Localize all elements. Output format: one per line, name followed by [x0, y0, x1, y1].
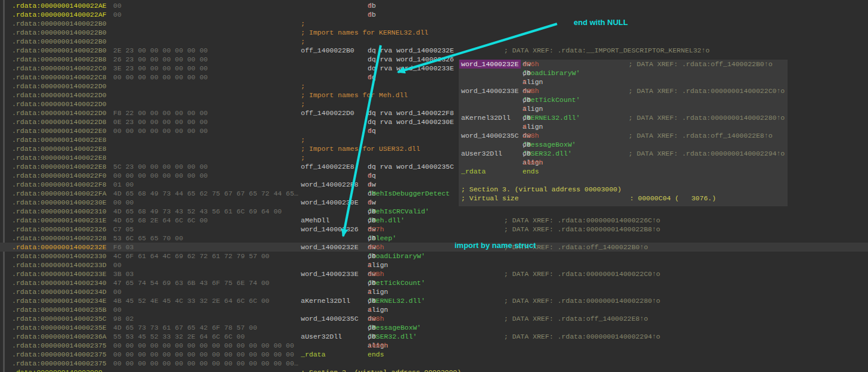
- label-field: word_1400022F8: [301, 180, 359, 189]
- listing-row[interactable]: .data:0000000140003000; Section 3. (virt…: [0, 368, 868, 372]
- bytes-field: 2E 23 00 00 00 00 00 00: [113, 46, 208, 55]
- label-field: ;: [301, 82, 305, 91]
- label-field: aUser32Dll: [301, 332, 342, 341]
- listing-row[interactable]: .rdata:000000014000235B00align 4: [0, 305, 868, 314]
- code-segment: dq rva word_14000233E: [368, 64, 454, 73]
- popup-row[interactable]: word_14000232Edw 3F6h; DATA XREF: .rdata…: [459, 60, 788, 69]
- popup-row[interactable]: ; Section 3. (virtual address 00003000): [459, 185, 788, 194]
- code-segment: 298h: [368, 314, 384, 323]
- listing-row[interactable]: .rdata:000000014000237500 00 00 00 00 00…: [0, 350, 868, 359]
- listing-row[interactable]: .rdata:00000001400022B0;: [0, 37, 868, 46]
- code-segment: 5C7h: [368, 225, 384, 234]
- listing-row[interactable]: .rdata:000000014000234E4B 45 52 4E 45 4C…: [0, 296, 868, 305]
- popup-row[interactable]: ; Virtual size : 00000C04 ( 3076.): [459, 194, 788, 203]
- bytes-field: F6 03: [113, 243, 134, 252]
- bytes-field: 00: [113, 10, 122, 19]
- address-field: .rdata:00000001400022B0: [12, 28, 107, 37]
- address-field: .rdata:0000000140002326: [12, 225, 107, 234]
- label-field: ;: [301, 19, 305, 28]
- code-segment: 'MehIsDebuggerDetect: [368, 189, 450, 198]
- popup-row[interactable]: align 2: [459, 78, 788, 86]
- code-segment: 0: [368, 171, 372, 180]
- xref-comment: ; DATA XREF: .rdata:000000014000226C↑o: [504, 216, 660, 225]
- label-field: word_14000233E: [301, 269, 359, 278]
- listing-row[interactable]: .rdata:00000001400022AE00db 0: [0, 1, 868, 10]
- popup-row[interactable]: align 1000h: [459, 158, 788, 167]
- listing-row[interactable]: .rdata:000000014000236A55 53 45 52 33 32…: [0, 332, 868, 341]
- address-field: .rdata:0000000140002328: [12, 234, 107, 243]
- label-field: aKernel32Dll: [461, 113, 511, 122]
- address-field: .rdata:00000001400022E8: [12, 144, 107, 153]
- annotation-end-with-null-label: end with NULL: [574, 18, 628, 27]
- xref-comment: ; DATA XREF: .rdata:__IMPORT_DESCRIPTOR_…: [504, 46, 710, 55]
- code-segment: ,0: [368, 323, 376, 332]
- label-field: ;: [301, 37, 305, 46]
- popup-row[interactable]: align 4: [459, 122, 788, 131]
- label-field: ; Virtual size : 00000C04 ( 3076.): [461, 194, 716, 203]
- listing-row[interactable]: .rdata:000000014000237500 00 00 00 00 00…: [0, 359, 868, 368]
- code-segment: ,0: [522, 149, 531, 158]
- bytes-field: 00: [113, 287, 122, 296]
- listing-row[interactable]: .rdata:000000014000237500 00 00 00 00 00…: [0, 341, 868, 350]
- code-segment: 2: [522, 104, 527, 113]
- listing-row[interactable]: .rdata:000000014000235E4D 65 73 73 61 67…: [0, 323, 868, 332]
- address-field: .rdata:0000000140002375: [12, 359, 107, 368]
- address-field: .rdata:000000014000235B: [12, 305, 107, 314]
- listing-row[interactable]: .rdata:000000014000232853 6C 65 65 70 00…: [0, 234, 868, 243]
- popup-row[interactable]: db 'GetTickCount',0: [459, 95, 788, 104]
- bytes-field: 00 00 00 00 00 00 00 00 00 00 00 00 00 0…: [113, 341, 294, 350]
- bytes-field: 01 00: [113, 180, 134, 189]
- bytes-field: 53 6C 65 65 70 00: [113, 234, 183, 243]
- address-field: .rdata:00000001400022B8: [12, 55, 107, 64]
- listing-row[interactable]: .rdata:000000014000231E4D 65 68 2E 64 6C…: [0, 216, 868, 225]
- xref-comment: ; DATA XREF: .rdata:00000001400022C0↑o: [504, 269, 660, 278]
- popup-row[interactable]: aUser32Dlldb 'USER32.dll',0; DATA XREF: …: [459, 149, 788, 158]
- listing-row[interactable]: .rdata:00000001400023304C 6F 61 64 4C 69…: [0, 252, 868, 261]
- address-field: .rdata:00000001400022D0: [12, 100, 107, 108]
- label-field: word_14000233E: [461, 86, 519, 95]
- code-segment: ends: [522, 167, 539, 176]
- code-segment: ,0: [522, 113, 531, 122]
- code-segment: 'KERNEL32.dll': [522, 113, 580, 122]
- popup-row[interactable]: _rdataends: [459, 167, 788, 176]
- popup-row[interactable]: db 'LoadLibraryW',0: [459, 69, 788, 78]
- popup-row[interactable]: aKernel32Dlldb 'KERNEL32.dll',0; DATA XR…: [459, 113, 788, 122]
- label-field: aKernel32Dll: [301, 296, 350, 305]
- hint-popup: word_14000232Edw 3F6h; DATA XREF: .rdata…: [459, 60, 788, 206]
- listing-row[interactable]: .rdata:00000001400022AF00db 0: [0, 10, 868, 19]
- listing-row[interactable]: .rdata:00000001400023104D 65 68 49 73 43…: [0, 207, 868, 216]
- listing-row[interactable]: .rdata:000000014000233E3B 03word_1400023…: [0, 269, 868, 278]
- popup-row[interactable]: word_14000233Edw 33Bh; DATA XREF: .rdata…: [459, 86, 788, 95]
- xref-comment: ; DATA XREF: .rdata:off_1400022B0↑o: [629, 60, 773, 69]
- address-field: .rdata:00000001400022E8: [12, 162, 107, 171]
- code-segment: dq rva word_14000230E: [368, 117, 454, 126]
- popup-row[interactable]: [459, 176, 788, 185]
- listing-row[interactable]: .rdata:000000014000234047 65 74 54 69 63…: [0, 278, 868, 287]
- listing-row[interactable]: .rdata:000000014000235C98 02word_1400023…: [0, 314, 868, 323]
- listing-row[interactable]: .rdata:00000001400022B0;: [0, 19, 868, 28]
- bytes-field: 00 00 00 00 00 00 00 00 00 00 00 00 00 0…: [113, 359, 298, 368]
- listing-row[interactable]: .rdata:000000014000234D00align 2: [0, 287, 868, 296]
- bytes-field: 00 00: [113, 198, 134, 207]
- listing-row[interactable]: .rdata:000000014000233D00align 2: [0, 261, 868, 269]
- address-field: .rdata:00000001400022AE: [12, 1, 107, 10]
- listing-row[interactable]: .rdata:000000014000232EF6 03word_1400023…: [0, 243, 868, 252]
- code-segment: 4: [522, 122, 527, 131]
- popup-row[interactable]: align 2: [459, 104, 788, 113]
- listing-row[interactable]: .rdata:00000001400022B02E 23 00 00 00 00…: [0, 46, 868, 55]
- address-field: .rdata:00000001400022D8: [12, 117, 107, 126]
- address-field: .rdata:000000014000234E: [12, 296, 107, 305]
- xref-comment: ; DATA XREF: .rdata:0000000140002280↑o: [504, 296, 660, 305]
- listing-row[interactable]: .rdata:0000000140002326C7 05word_1400023…: [0, 225, 868, 234]
- listing-row[interactable]: .rdata:00000001400022B0; Import names fo…: [0, 28, 868, 37]
- address-field: .rdata:00000001400022E8: [12, 135, 107, 144]
- popup-row[interactable]: db 'MessageBoxW',0: [459, 140, 788, 149]
- code-segment: 'LoadLibraryW': [368, 252, 425, 261]
- code-segment: 'MehIsCRCValid': [368, 207, 430, 216]
- address-field: .rdata:00000001400022D0: [12, 108, 107, 117]
- xref-comment: ; DATA XREF: .rdata:00000001400022B8↑o: [504, 225, 660, 234]
- popup-row[interactable]: word_14000235Cdw 298h; DATA XREF: .rdata…: [459, 131, 788, 140]
- label-field: _rdata: [461, 167, 486, 176]
- label-field: _rdata: [301, 350, 325, 359]
- label-field: off_1400022E8: [301, 162, 354, 171]
